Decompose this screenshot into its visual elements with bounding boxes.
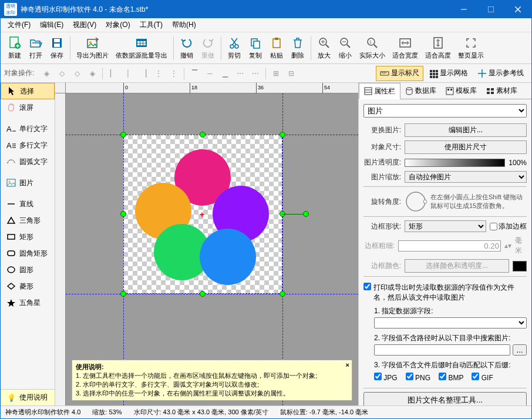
menu-view[interactable]: 视图(V): [68, 19, 101, 31]
field1-select[interactable]: [374, 317, 527, 329]
open-button[interactable]: 打开: [25, 35, 46, 61]
guide-v-right[interactable]: [282, 93, 283, 405]
align-center-h-icon[interactable]: │: [120, 66, 136, 81]
layer-front-icon[interactable]: ◈: [39, 66, 54, 81]
copy-button[interactable]: 复制: [245, 35, 266, 61]
dist-h-icon[interactable]: ⋮: [151, 66, 166, 81]
group-icon[interactable]: ⊞: [268, 66, 284, 81]
opacity-slider[interactable]: [405, 159, 505, 167]
rotate-dial[interactable]: [405, 190, 427, 213]
field2-browse-button[interactable]: ...: [513, 344, 527, 356]
png-checkbox[interactable]: [406, 373, 413, 380]
gif-checkbox[interactable]: [472, 373, 479, 380]
show-grid-toggle[interactable]: 显示网格: [425, 66, 472, 81]
tool-round-rect[interactable]: 圆角矩形: [1, 245, 55, 262]
actual-size-button[interactable]: 1实际大小: [356, 35, 389, 61]
tool-rect[interactable]: 矩形: [1, 229, 55, 245]
choose-color-button[interactable]: 选择颜色和透明度...: [405, 259, 509, 273]
fit-height-button[interactable]: 适合高度: [422, 35, 454, 61]
tool-multi-text[interactable]: A多行文字: [1, 137, 55, 153]
tool-star[interactable]: 五角星: [1, 294, 55, 311]
filename-tool-button[interactable]: 图片文件名整理工具...: [363, 392, 527, 405]
border-width-input[interactable]: [398, 240, 501, 252]
hint-close-button[interactable]: ×: [346, 361, 349, 368]
handle-rotate[interactable]: [303, 211, 309, 217]
zoom-in-button[interactable]: 放大: [314, 35, 335, 61]
align-left-icon[interactable]: ▏: [105, 66, 120, 81]
add-border-checkbox[interactable]: [490, 223, 497, 230]
color-swatch[interactable]: [513, 261, 527, 271]
menu-object[interactable]: 对象(O): [101, 19, 134, 31]
new-button[interactable]: 新建: [4, 35, 25, 61]
menu-help[interactable]: 帮助(H): [167, 19, 201, 31]
canvas-area[interactable]: 0 18 36 54: [55, 83, 358, 405]
selection-box[interactable]: [123, 135, 282, 294]
align-center-v-icon[interactable]: ─: [202, 66, 217, 81]
handle-tc[interactable]: [200, 132, 206, 138]
paste-button[interactable]: 粘贴: [266, 35, 287, 61]
fit-page-button[interactable]: 整页显示: [454, 35, 487, 61]
zoom-out-button[interactable]: 缩小: [335, 35, 356, 61]
use-image-size-button[interactable]: 使用图片尺寸: [405, 140, 527, 154]
tool-image[interactable]: 图片: [1, 175, 55, 191]
titlebar: 透明水印 神奇透明水印制作软件 4.0 - 未命名1.stb*: [1, 1, 531, 18]
dist-h2-icon[interactable]: ⋮: [166, 66, 181, 81]
ungroup-icon[interactable]: ⊟: [284, 66, 299, 81]
handle-br[interactable]: [280, 291, 285, 297]
handle-bl[interactable]: [120, 291, 126, 297]
fit-width-button[interactable]: 适合宽度: [389, 35, 422, 61]
menu-file[interactable]: 文件(F): [3, 19, 35, 31]
layer-down-icon[interactable]: ◇: [69, 66, 85, 81]
export-batch-button[interactable]: 依数据源批量导出: [112, 35, 171, 61]
help-button[interactable]: 💡使用说明: [1, 389, 55, 405]
tool-triangle[interactable]: 三角形: [1, 212, 55, 229]
tool-arc-text[interactable]: 圆弧文字: [1, 153, 55, 170]
tab-database[interactable]: 数据库: [400, 83, 441, 99]
layer-up-icon[interactable]: ◇: [54, 66, 69, 81]
handle-tr[interactable]: [280, 132, 285, 138]
minimize-button[interactable]: [450, 1, 477, 18]
show-guides-toggle[interactable]: 显示参考线: [473, 66, 528, 81]
align-top-icon[interactable]: ▔: [187, 66, 202, 81]
dist-v-icon[interactable]: ⋯: [233, 66, 248, 81]
bmp-checkbox[interactable]: [439, 373, 446, 380]
tab-properties[interactable]: 属性栏: [359, 83, 400, 99]
menu-tools[interactable]: 工具(T): [135, 19, 167, 31]
tool-select[interactable]: 选择: [1, 83, 55, 99]
jpg-checkbox[interactable]: [374, 373, 382, 380]
align-bottom-icon[interactable]: ▁: [217, 66, 233, 81]
align-right-icon[interactable]: ▕: [136, 66, 151, 81]
maximize-button[interactable]: [477, 1, 504, 18]
tool-circle[interactable]: 圆形: [1, 262, 55, 278]
tab-templates[interactable]: 模板库: [441, 83, 482, 99]
tool-pan[interactable]: 滚屏: [1, 99, 55, 116]
dist-v2-icon[interactable]: ⋯: [248, 66, 263, 81]
svg-text:1: 1: [369, 40, 372, 44]
tool-diamond[interactable]: 菱形: [1, 278, 55, 294]
tab-assets[interactable]: 素材库: [482, 83, 522, 99]
object-type-select[interactable]: 图片: [363, 104, 527, 118]
undo-button[interactable]: 撤销: [176, 35, 197, 61]
handle-ml[interactable]: [120, 211, 126, 217]
scale-select[interactable]: 自动拉伸图片: [405, 171, 527, 183]
border-shape-select[interactable]: 矩形: [405, 220, 486, 232]
cut-button[interactable]: 剪切: [224, 35, 245, 61]
layer-back-icon[interactable]: ◈: [85, 66, 100, 81]
delete-button[interactable]: 删除: [287, 35, 308, 61]
tools-panel: 选择 滚屏 A单行文字 A多行文字 圆弧文字 图片 直线 三角形 矩形 圆角矩形…: [1, 83, 55, 405]
close-button[interactable]: [504, 1, 531, 18]
save-button[interactable]: 保存: [46, 35, 68, 61]
redo-button[interactable]: 重做: [197, 35, 218, 61]
line-icon: [5, 200, 17, 208]
handle-tl[interactable]: [120, 132, 126, 138]
export-image-button[interactable]: 导出为图片: [73, 35, 112, 61]
tool-single-text[interactable]: A单行文字: [1, 120, 55, 137]
field-enable-checkbox[interactable]: [363, 283, 371, 290]
handle-bc[interactable]: [200, 291, 206, 297]
field2-input[interactable]: [374, 344, 510, 356]
edit-image-button[interactable]: 编辑图片...: [405, 123, 527, 137]
menu-edit[interactable]: 编辑(E): [35, 19, 68, 31]
guide-h-bottom[interactable]: [66, 294, 358, 294]
show-ruler-toggle[interactable]: 显示标尺: [376, 66, 423, 81]
tool-line[interactable]: 直线: [1, 196, 55, 212]
